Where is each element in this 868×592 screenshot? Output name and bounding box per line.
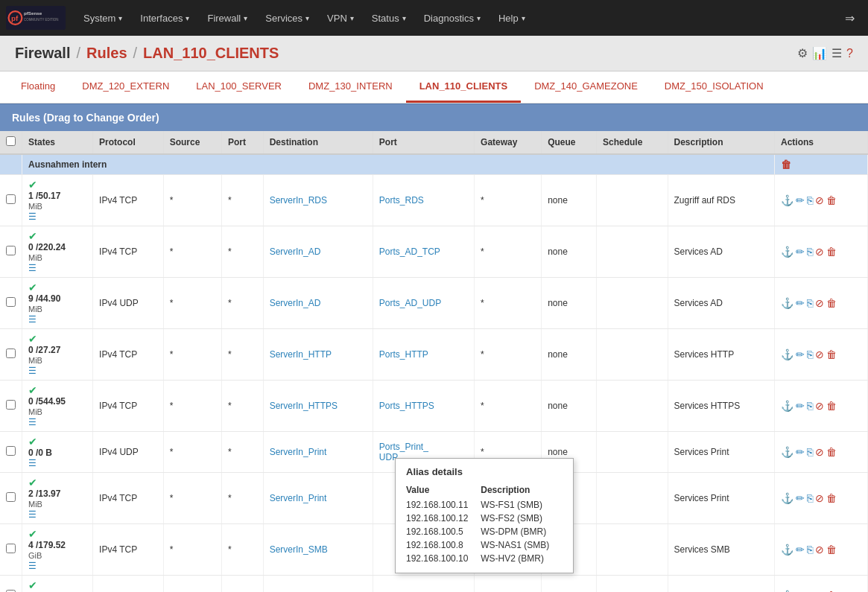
nav-status[interactable]: Status ▾: [363, 0, 415, 36]
row-checkbox[interactable]: [6, 492, 16, 502]
anchor-icon[interactable]: ⚓: [781, 348, 793, 360]
breadcrumb-rules[interactable]: Rules: [86, 45, 127, 62]
disable-icon[interactable]: ⊘: [815, 492, 824, 504]
src-port-cell: *: [222, 381, 264, 432]
edit-icon[interactable]: ✏: [796, 194, 805, 206]
disable-icon[interactable]: ⊘: [815, 194, 824, 206]
anchor-icon[interactable]: ⚓: [781, 400, 793, 412]
alias-tooltip: Alias details Value Description 192.168.…: [395, 458, 574, 573]
row-checkbox[interactable]: [6, 246, 16, 255]
edit-icon[interactable]: ✏: [796, 348, 805, 360]
tab-floating[interactable]: Floating: [7, 71, 69, 103]
tooltip-value: 192.168.100.10: [406, 552, 481, 565]
protocol-cell: IPv4 TCP: [93, 524, 164, 576]
edit-icon[interactable]: ✏: [796, 297, 805, 309]
rule-enabled-icon: ✔: [28, 579, 37, 591]
nav-interfaces[interactable]: Interfaces ▾: [131, 0, 198, 36]
anchor-icon[interactable]: ⚓: [781, 544, 793, 556]
nav-services[interactable]: Services ▾: [256, 0, 318, 36]
settings-icon[interactable]: ⚙: [797, 46, 808, 60]
delete-icon[interactable]: 🗑: [826, 492, 837, 504]
group-label: Ausnahmen intern: [22, 154, 775, 175]
copy-icon[interactable]: ⎘: [807, 246, 813, 258]
anchor-icon[interactable]: ⚓: [781, 446, 793, 458]
delete-icon[interactable]: 🗑: [826, 400, 837, 412]
logout-button[interactable]: ⇒: [837, 11, 862, 25]
tab-dmz120[interactable]: DMZ_120_EXTERN: [69, 71, 183, 103]
tab-dmz140[interactable]: DMZ_140_GAMEZONE: [521, 71, 651, 103]
rule-enabled-icon: ✔: [28, 477, 37, 488]
schedule-cell: [596, 576, 668, 593]
actions-cell: ⚓ ✏ ⎘ ⊘ 🗑: [775, 226, 868, 278]
actions-cell: ⚓ ✏ ⎘ ⊘ 🗑: [775, 432, 868, 473]
anchor-icon[interactable]: ⚓: [781, 297, 793, 309]
row-checkbox[interactable]: [6, 446, 16, 456]
disable-icon[interactable]: ⊘: [815, 297, 824, 309]
actions-cell: ⚓ ✏ ⎘ ⊘ 🗑: [775, 381, 868, 432]
anchor-icon[interactable]: ⚓: [781, 246, 793, 258]
tab-dmz150[interactable]: DMZ_150_ISOLATION: [651, 71, 777, 103]
list-icon[interactable]: ☰: [831, 46, 842, 60]
copy-icon[interactable]: ⎘: [807, 446, 813, 458]
description-cell: Services SMB: [668, 524, 775, 576]
queue-cell: none: [542, 381, 597, 432]
dest-port-cell: Ports_HTTPS: [373, 381, 474, 432]
copy-icon[interactable]: ⎘: [807, 348, 813, 360]
edit-icon[interactable]: ✏: [796, 400, 805, 412]
chart-icon[interactable]: 📊: [812, 46, 827, 60]
edit-icon[interactable]: ✏: [796, 246, 805, 258]
disable-icon[interactable]: ⊘: [815, 446, 824, 458]
nav-help[interactable]: Help ▾: [490, 0, 534, 36]
nav-vpn[interactable]: VPN ▾: [318, 0, 363, 36]
copy-icon[interactable]: ⎘: [807, 400, 813, 412]
anchor-icon[interactable]: ⚓: [781, 194, 793, 206]
row-checkbox[interactable]: [6, 400, 16, 410]
tab-lan100[interactable]: LAN_100_SERVER: [183, 71, 295, 103]
copy-icon[interactable]: ⎘: [807, 297, 813, 309]
gateway-cell: *: [475, 278, 542, 329]
queue-cell: none: [542, 278, 597, 329]
tooltip-value: 192.168.100.8: [406, 538, 481, 552]
copy-icon[interactable]: ⎘: [807, 492, 813, 504]
group-delete-icon[interactable]: 🗑: [781, 159, 791, 171]
disable-icon[interactable]: ⊘: [815, 400, 824, 412]
anchor-icon[interactable]: ⚓: [781, 492, 793, 504]
edit-icon[interactable]: ✏: [796, 446, 805, 458]
tab-lan110[interactable]: LAN_110_CLIENTS: [406, 71, 521, 103]
dest-port-cell: Ports_AD_TCP: [373, 226, 474, 278]
disable-icon[interactable]: ⊘: [815, 348, 824, 360]
schedule-cell: [596, 473, 668, 524]
nav-diagnostics[interactable]: Diagnostics ▾: [415, 0, 490, 36]
tooltip-value: 192.168.100.12: [406, 512, 481, 525]
delete-icon[interactable]: 🗑: [826, 194, 837, 206]
copy-icon[interactable]: ⎘: [807, 194, 813, 206]
select-all-checkbox[interactable]: [6, 136, 16, 146]
row-checkbox[interactable]: [6, 297, 16, 307]
delete-icon[interactable]: 🗑: [826, 246, 837, 258]
tab-dmz130[interactable]: DMZ_130_INTERN: [295, 71, 406, 103]
nav-firewall[interactable]: Firewall ▾: [198, 0, 256, 36]
table-row: ✔ 0 /7 KiB ☰ IPv4 UDP * * ServerIn_WDS n…: [0, 576, 868, 593]
edit-icon[interactable]: ✏: [796, 492, 805, 504]
disable-icon[interactable]: ⊘: [815, 544, 824, 556]
table-row: ✔ 0 /544.95 MiB ☰ IPv4 TCP * * ServerIn_…: [0, 381, 868, 432]
copy-icon[interactable]: ⎘: [807, 544, 813, 556]
delete-icon[interactable]: 🗑: [826, 297, 837, 309]
disable-icon[interactable]: ⊘: [815, 246, 824, 258]
row-checkbox[interactable]: [6, 194, 16, 204]
destination-cell: ServerIn_HTTPS: [263, 381, 373, 432]
edit-icon[interactable]: ✏: [796, 544, 805, 556]
row-checkbox[interactable]: [6, 544, 16, 553]
delete-icon[interactable]: 🗑: [826, 544, 837, 556]
delete-icon[interactable]: 🗑: [826, 348, 837, 360]
col-src-port: Port: [222, 131, 264, 154]
nav-system[interactable]: System ▾: [75, 0, 131, 36]
help-icon[interactable]: ?: [846, 47, 853, 60]
delete-icon[interactable]: 🗑: [826, 446, 837, 458]
src-port-cell: *: [222, 473, 264, 524]
col-actions: Actions: [775, 131, 868, 154]
src-port-cell: *: [222, 329, 264, 381]
src-port-cell: *: [222, 524, 264, 576]
row-checkbox[interactable]: [6, 348, 16, 358]
gateway-cell: *: [475, 226, 542, 278]
